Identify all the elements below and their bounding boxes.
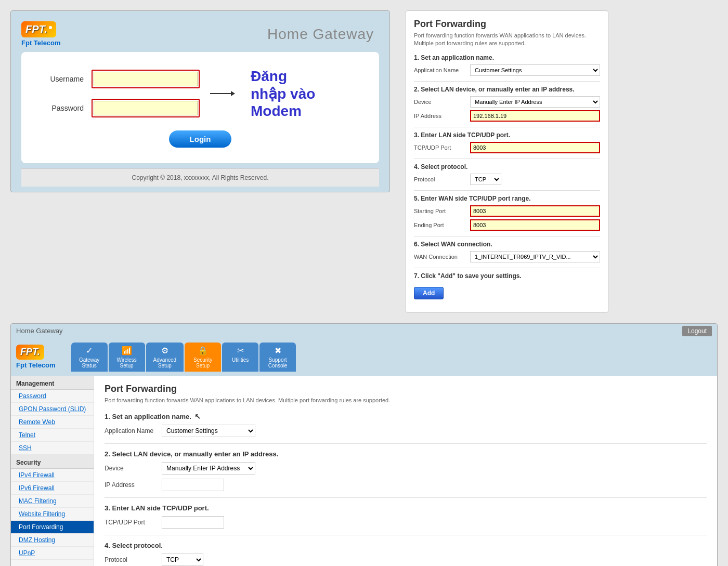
pf-section-1-title: 1. Set an application name.	[414, 54, 600, 61]
sidebar-section-management: Management	[11, 376, 94, 390]
password-input[interactable]	[94, 101, 198, 115]
pf-section-5-title: 5. Enter WAN side TCP/UDP port range.	[414, 195, 600, 202]
fpt-logo-dot	[49, 26, 52, 29]
pf-end-port-input[interactable]	[470, 219, 600, 231]
sidebar-section-security: Security	[11, 455, 94, 469]
main-content: Port Forwarding Port forwarding function…	[94, 376, 717, 566]
sidebar-item-dmz-hosting[interactable]: DMZ Hosting	[11, 534, 94, 547]
pf-section-7-title: 7. Click "Add" to save your settings.	[414, 272, 600, 280]
fpt-logo: FPT. Fpt Telecom	[21, 21, 61, 47]
pf-section-4: 4. Select protocol. Protocol TCP	[414, 163, 600, 185]
pf-wan-label: WAN Connection	[414, 254, 466, 260]
bottom-header: FPT. Fpt Telecom ✓ GatewayStatus 📶 Wirel…	[11, 338, 717, 376]
pf-start-port-row: Starting Port	[414, 205, 600, 217]
security-setup-icon: 🔒	[198, 346, 208, 356]
wireless-setup-label: WirelessSetup	[116, 357, 136, 368]
pf-app-name-select[interactable]: Customer Settings	[470, 64, 600, 76]
username-input[interactable]	[94, 72, 198, 86]
pf-protocol-label: Protocol	[414, 176, 466, 182]
main-desc: Port forwarding function forwards WAN ap…	[105, 397, 707, 404]
sidebar-item-ipv6-firewall[interactable]: IPv6 Firewall	[11, 482, 94, 495]
bottom-fpt-logo: FPT. Fpt Telecom	[16, 345, 56, 369]
pf-section-6-title: 6. Select WAN connection.	[414, 241, 600, 248]
pf-start-port-input[interactable]	[470, 205, 600, 217]
pf-section-6: 6. Select WAN connection. WAN Connection…	[414, 241, 600, 262]
pf-section-3-title: 3. Enter LAN side TCP/UDP port.	[414, 131, 600, 139]
advanced-setup-icon: ⚙	[161, 346, 168, 356]
gateway-status-label: GatewayStatus	[79, 357, 99, 368]
nav-tab-advanced[interactable]: ⚙ AdvancedSetup	[146, 343, 184, 372]
bottom-fpt-brand: Fpt Telecom	[16, 361, 56, 369]
bottom-topbar-title: Home Gateway	[16, 327, 63, 335]
login-panel: FPT. Fpt Telecom Home Gateway Username	[10, 10, 390, 192]
callout-line	[210, 93, 231, 94]
main-protocol-row: Protocol TCP	[105, 554, 707, 566]
pf-protocol-select[interactable]: TCP	[470, 174, 501, 185]
sidebar-item-ssh[interactable]: SSH	[11, 442, 94, 455]
main-app-name-select[interactable]: Customer Settings	[162, 425, 255, 437]
sidebar-item-upnp[interactable]: UPnP	[11, 547, 94, 560]
login-card: Username Password	[21, 52, 379, 163]
fpt-logo-box: FPT.	[21, 21, 56, 37]
main-device-select[interactable]: Manually Enter IP Address	[162, 462, 255, 475]
wireless-setup-icon: 📶	[122, 346, 132, 356]
main-protocol-select[interactable]: TCP	[162, 554, 203, 566]
pf-start-port-label: Starting Port	[414, 208, 466, 214]
main-app-name-row: Application Name Customer Settings	[105, 425, 707, 437]
pf-summary-title: Port Forwarding	[414, 19, 600, 30]
top-row: FPT. Fpt Telecom Home Gateway Username	[10, 10, 718, 313]
login-form-area: Username Password	[42, 68, 358, 120]
pf-end-port-label: Ending Port	[414, 222, 466, 228]
sidebar-item-ipv4-firewall[interactable]: IPv4 Firewall	[11, 469, 94, 482]
main-section-1-heading: 1. Set an application name. ↖	[105, 412, 707, 420]
nav-tab-gateway[interactable]: ✓ GatewayStatus	[71, 343, 108, 372]
pf-ip-row: IP Address	[414, 110, 600, 122]
main-ip-input[interactable]	[162, 479, 224, 491]
sidebar-item-telnet[interactable]: Telnet	[11, 429, 94, 442]
callout-arrowhead	[231, 91, 235, 96]
support-console-icon: ✖	[275, 346, 281, 356]
sidebar-item-mac-filtering[interactable]: MAC Filtering	[11, 495, 94, 508]
login-fields: Username Password	[42, 70, 200, 117]
sidebar-item-password[interactable]: Password	[11, 390, 94, 403]
pf-add-button[interactable]: Add	[414, 287, 444, 299]
sidebar-item-gpon[interactable]: GPON Password (SLID)	[11, 403, 94, 416]
nav-tab-security[interactable]: 🔒 SecuritySetup	[185, 343, 221, 372]
main-app-name-label: Application Name	[105, 427, 157, 435]
pf-section-2: 2. Select LAN device, or manually enter …	[414, 86, 600, 122]
username-row: Username	[42, 70, 200, 88]
pf-end-port-row: Ending Port	[414, 219, 600, 231]
pf-summary-desc: Port forwarding function forwards WAN ap…	[414, 32, 600, 48]
bottom-fpt-logo-text: FPT.	[20, 347, 40, 358]
pf-app-name-label: Application Name	[414, 67, 466, 73]
support-console-label: SupportConsole	[268, 357, 288, 368]
pf-section-5: 5. Enter WAN side TCP/UDP port range. St…	[414, 195, 600, 231]
pf-ip-input[interactable]	[470, 110, 600, 122]
login-button[interactable]: Login	[169, 130, 232, 148]
sidebar-item-port-forwarding[interactable]: Port Forwarding	[11, 521, 94, 534]
pf-wan-select[interactable]: 1_INTERNET_TR069_IPTV_R_VID...	[470, 251, 600, 262]
main-title: Port Forwarding	[105, 384, 707, 394]
nav-tabs: ✓ GatewayStatus 📶 WirelessSetup ⚙ Advanc…	[71, 343, 712, 372]
callout-text: Đăng nhập vào Modem	[251, 68, 315, 120]
main-tcpudp-row: TCP/UDP Port	[105, 516, 707, 529]
main-tcpudp-input[interactable]	[162, 516, 224, 529]
username-input-wrapper	[92, 70, 200, 88]
fpt-logo-text: FPT.	[25, 23, 47, 35]
nav-tab-wireless[interactable]: 📶 WirelessSetup	[109, 343, 145, 372]
gateway-status-icon: ✓	[86, 346, 93, 356]
nav-tab-support[interactable]: ✖ SupportConsole	[259, 343, 296, 372]
pf-device-select[interactable]: Manually Enter IP Address	[470, 96, 600, 108]
login-footer: Copyright © 2018, xxxxxxxx, All Rights R…	[21, 168, 379, 187]
password-row: Password	[42, 99, 200, 117]
pf-ip-label: IP Address	[414, 113, 466, 119]
main-device-row: Device Manually Enter IP Address	[105, 462, 707, 475]
nav-tab-utilities[interactable]: ✂ Utilities	[222, 343, 258, 372]
pf-tcpudp-input[interactable]	[470, 142, 600, 153]
pf-section-7: 7. Click "Add" to save your settings. Ad…	[414, 272, 600, 299]
main-section-4-heading: 4. Select protocol.	[105, 542, 707, 549]
home-gateway-title: Home Gateway	[267, 26, 374, 43]
sidebar-item-remote-web[interactable]: Remote Web	[11, 416, 94, 429]
logout-button[interactable]: Logout	[682, 326, 712, 336]
sidebar-item-website-filtering[interactable]: Website Filtering	[11, 508, 94, 521]
